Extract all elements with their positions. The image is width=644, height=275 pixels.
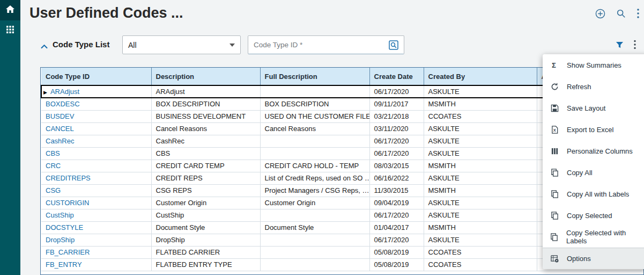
code-type-link[interactable]: CashRec [46, 137, 74, 145]
cell-description: FLATBED CARRIER [151, 246, 260, 258]
cell-full-description: List of Credit Reps, used on SO … [260, 172, 369, 184]
cell-full-description: Document Style [260, 221, 369, 234]
search-icon[interactable] [616, 9, 626, 18]
cell-created-by: MSMITH [424, 184, 537, 197]
cell-full-description [260, 135, 369, 147]
excel-icon: X [550, 126, 559, 134]
menu-item-label: Copy Selected [567, 212, 612, 220]
code-type-link[interactable]: ARAdjust [50, 88, 79, 96]
sigma-icon: Σ [550, 61, 559, 69]
menu-item-show-summaries[interactable]: ΣShow Summaries [543, 54, 644, 76]
cell-create-date: 03/21/2018 [369, 110, 424, 122]
code-type-link[interactable]: DOCSTYLE [46, 223, 83, 231]
header-actions [595, 8, 640, 19]
menu-item-save-layout[interactable]: Save Layout [543, 97, 644, 119]
selected-row-arrow-icon: ▶ [43, 90, 47, 95]
cell-description: BUSINESS DEVELOPMENT [151, 110, 260, 122]
cell-full-description [260, 234, 369, 246]
cell-created-by: MSMITH [424, 221, 537, 234]
code-type-link[interactable]: CUSTORIGIN [46, 199, 89, 207]
svg-text:X: X [553, 128, 556, 133]
cell-create-date: 06/17/2020 [369, 85, 424, 98]
cell-code-type-id: DOCSTYLE [41, 221, 151, 234]
column-header[interactable]: Code Type ID [41, 68, 151, 85]
home-icon [6, 5, 14, 15]
cell-code-type-id: CSG [41, 184, 151, 197]
code-type-link[interactable]: FB_ENTRY [46, 260, 82, 269]
cell-create-date: 05/08/2019 [369, 258, 424, 271]
cell-code-type-id: DropShip [41, 234, 151, 246]
cell-description: CREDIT CARD TEMP [151, 160, 260, 172]
cell-created-by: ASKULTE [424, 197, 537, 209]
code-type-link[interactable]: CRC [46, 162, 61, 170]
cell-created-by: ASKULTE [424, 122, 537, 135]
code-type-id-input[interactable] [254, 41, 386, 49]
dropdown-value: All [128, 41, 137, 49]
code-type-link[interactable]: CREDITREPS [46, 174, 91, 182]
code-type-link[interactable]: DropShip [46, 236, 75, 244]
cell-full-description [260, 85, 369, 98]
lookup-icon[interactable] [389, 40, 398, 50]
menu-item-personalize-columns[interactable]: Personalize Columns [543, 140, 644, 162]
cell-code-type-id: CREDITREPS [41, 172, 151, 184]
code-type-link[interactable]: CBS [46, 149, 60, 157]
cell-create-date: 08/03/2015 [369, 160, 424, 172]
cell-full-description: USED ON THE CUSTOMER FILE… [260, 110, 369, 122]
cell-full-description: Cancel Reasons [260, 122, 369, 135]
cell-description: DropShip [151, 234, 260, 246]
menu-item-label: Copy All [567, 169, 593, 177]
cell-code-type-id: CUSTORIGIN [41, 197, 151, 209]
column-header[interactable]: Full Description [260, 68, 369, 85]
cell-created-by: ASKULTE [424, 135, 537, 147]
cell-full-description: BOX DESCRIPTION [260, 98, 369, 110]
cell-code-type-id: CashRec [41, 135, 151, 147]
code-type-link[interactable]: FB_CARRIER [46, 248, 90, 256]
menu-item-export-to-excel[interactable]: XExport to Excel [543, 119, 644, 140]
menu-item-label: Options [567, 255, 591, 263]
code-type-link[interactable]: CustShip [46, 211, 74, 219]
cell-created-by: ASKULTE [424, 172, 537, 184]
cell-code-type-id: BUSDEV [41, 110, 151, 122]
more-options-icon[interactable] [636, 8, 640, 19]
cell-create-date: 06/17/2020 [369, 147, 424, 160]
menu-item-copy-selected-with-labels[interactable]: Copy Selected with Labels [543, 226, 644, 248]
cell-create-date: 03/11/2020 [369, 122, 424, 135]
grid-more-icon[interactable] [633, 40, 636, 49]
cell-description: BOX DESCRIPTION [151, 98, 260, 110]
cell-create-date: 09/11/2017 [369, 98, 424, 110]
code-type-link[interactable]: BUSDEV [46, 112, 74, 120]
apps-grid-icon [6, 26, 14, 35]
cell-description: Document Style [151, 221, 260, 234]
cell-full-description: Project Managers / CSG Reps, … [260, 184, 369, 197]
cell-description: CSG REPS [151, 184, 260, 197]
cell-code-type-id: ▶ARAdjust [41, 85, 151, 98]
menu-item-copy-selected[interactable]: Copy Selected [543, 205, 644, 226]
filter-icon[interactable] [616, 41, 624, 49]
menu-item-options[interactable]: Options [543, 248, 644, 269]
home-button[interactable] [0, 0, 20, 20]
app-window: User Defined Codes ... Code Type List Al… [0, 0, 644, 275]
cell-create-date: 09/04/2019 [369, 197, 424, 209]
cell-create-date: 06/16/2022 [369, 172, 424, 184]
column-header[interactable]: Description [151, 68, 260, 85]
cell-code-type-id: CRC [41, 160, 151, 172]
sidebar [0, 0, 20, 275]
code-type-dropdown[interactable]: All [122, 35, 241, 54]
code-type-link[interactable]: CANCEL [46, 125, 74, 133]
cell-code-type-id: FB_CARRIER [41, 246, 151, 258]
menu-item-refresh[interactable]: Refresh [543, 76, 644, 97]
column-header[interactable]: Created By [424, 68, 537, 85]
grid-toolbar [616, 40, 636, 49]
cell-full-description: CREDIT CARD HOLD - TEMP [260, 160, 369, 172]
add-icon[interactable] [595, 9, 605, 19]
code-type-link[interactable]: BOXDESC [46, 100, 80, 108]
menu-item-copy-all-with-labels[interactable]: Copy All with Labels [543, 183, 644, 205]
menu-item-copy-all[interactable]: Copy All [543, 162, 644, 183]
column-header[interactable]: Create Date [369, 68, 424, 85]
menu-item-label: Export to Excel [567, 126, 613, 134]
code-type-link[interactable]: CSG [46, 186, 61, 194]
page-title: User Defined Codes ... [29, 5, 183, 21]
collapse-section-icon[interactable] [41, 41, 48, 51]
menu-item-label: Copy All with Labels [567, 190, 629, 198]
apps-menu-button[interactable] [0, 20, 20, 41]
